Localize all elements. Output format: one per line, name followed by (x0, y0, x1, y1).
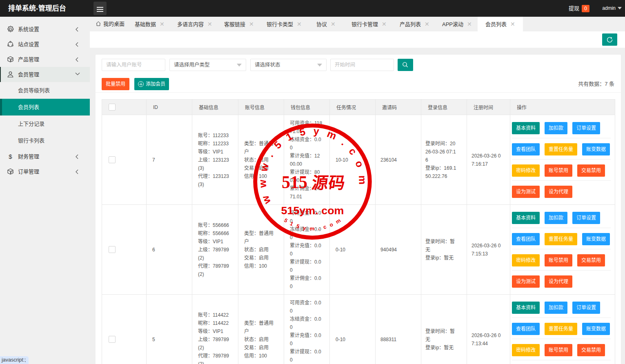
svg-text:$: $ (9, 153, 12, 160)
